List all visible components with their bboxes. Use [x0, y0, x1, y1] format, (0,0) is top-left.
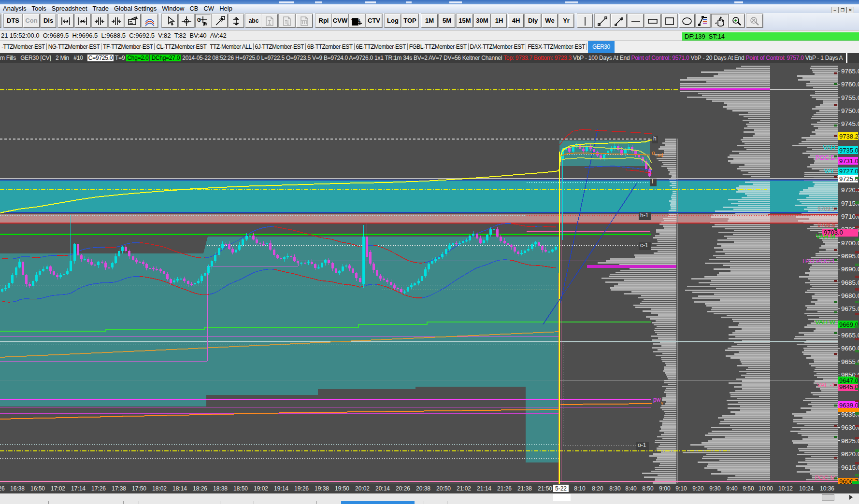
- svg-text:17:02: 17:02: [51, 485, 65, 492]
- svg-text:19:26: 19:26: [294, 485, 309, 492]
- svg-text:26: 26: [0, 485, 5, 492]
- svg-text:l: l: [652, 178, 653, 185]
- svg-text:9760.0: 9760.0: [841, 81, 859, 88]
- svg-text:10:36: 10:36: [820, 485, 834, 492]
- svg-text:TPO POC-1: TPO POC-1: [802, 257, 835, 265]
- svg-text:VAH M: VAH M: [816, 233, 835, 240]
- svg-text:18:26: 18:26: [193, 485, 207, 492]
- svg-text:8:20: 8:20: [592, 485, 603, 492]
- svg-text:9639.0: 9639.0: [839, 402, 859, 409]
- svg-text:9:10: 9:10: [675, 485, 687, 492]
- svg-text:20:38: 20:38: [416, 485, 430, 492]
- svg-text:17:50: 17:50: [132, 485, 146, 492]
- svg-text:19:02: 19:02: [254, 485, 268, 492]
- svg-text:8:30: 8:30: [609, 485, 621, 492]
- svg-text:20:50: 20:50: [436, 485, 451, 492]
- svg-text:VAL: VAL: [824, 168, 835, 175]
- svg-text:9:50: 9:50: [743, 485, 754, 492]
- svg-text:19:14: 19:14: [274, 485, 288, 492]
- svg-text:9680.0: 9680.0: [841, 292, 859, 299]
- svg-text:9695.0: 9695.0: [841, 252, 859, 260]
- svg-text:9:20: 9:20: [692, 485, 704, 492]
- svg-text:h: h: [653, 135, 657, 142]
- svg-text:VAH: VAH: [823, 144, 835, 151]
- svg-text:20:26: 20:26: [396, 485, 410, 492]
- svg-text:10:00: 10:00: [759, 485, 773, 492]
- svg-text:POC D: POC D: [816, 154, 835, 161]
- svg-text:21:50: 21:50: [538, 485, 552, 492]
- svg-text:21:38: 21:38: [517, 485, 532, 492]
- svg-text:VAL -1: VAL -1: [817, 381, 835, 389]
- svg-text:9745.0: 9745.0: [841, 120, 859, 127]
- svg-text:9685.0: 9685.0: [841, 279, 859, 286]
- svg-text:21:26: 21:26: [497, 485, 512, 492]
- svg-text:9709.5: 9709.5: [817, 206, 835, 212]
- svg-text:c-1: c-1: [640, 242, 648, 249]
- svg-text:.vd: .vd: [656, 152, 663, 158]
- svg-text:18:50: 18:50: [233, 485, 248, 492]
- svg-text:9735.0: 9735.0: [839, 147, 859, 154]
- svg-text:10:24: 10:24: [799, 485, 814, 492]
- svg-text:20:14: 20:14: [375, 485, 390, 492]
- svg-text:9690.0: 9690.0: [841, 266, 859, 273]
- svg-text:9755.0: 9755.0: [841, 94, 859, 101]
- svg-text:POC M: POC M: [815, 474, 835, 481]
- svg-text:9738.2: 9738.2: [839, 133, 859, 140]
- svg-text:5-22: 5-22: [555, 485, 567, 492]
- svg-text:18:38: 18:38: [213, 485, 228, 492]
- svg-text:9731.0: 9731.0: [839, 157, 859, 165]
- svg-text:h-1: h-1: [640, 212, 649, 219]
- svg-text:21:02: 21:02: [457, 485, 471, 492]
- svg-text:8:50: 8:50: [642, 485, 654, 492]
- svg-text:16:50: 16:50: [30, 485, 45, 492]
- svg-text:19:38: 19:38: [315, 485, 329, 492]
- svg-text:16:38: 16:38: [10, 485, 25, 492]
- svg-text:9:00: 9:00: [659, 485, 671, 492]
- svg-text:VAH W: VAH W: [815, 319, 835, 326]
- svg-text:18:02: 18:02: [152, 485, 167, 492]
- svg-text:9750.0: 9750.0: [841, 107, 859, 114]
- svg-text:9727.0: 9727.0: [839, 168, 859, 175]
- svg-text:9:30: 9:30: [709, 485, 721, 492]
- svg-text:17:14: 17:14: [71, 485, 86, 492]
- svg-text:17:26: 17:26: [91, 485, 106, 492]
- svg-text:9765.0: 9765.0: [841, 68, 859, 75]
- svg-text:9647.0: 9647.0: [839, 377, 859, 384]
- svg-text:20:02: 20:02: [355, 485, 370, 492]
- svg-text:pw: pw: [653, 396, 661, 403]
- svg-text:9675.0: 9675.0: [841, 305, 859, 312]
- svg-text:10:12: 10:12: [778, 485, 793, 492]
- svg-text:9:40: 9:40: [726, 485, 738, 492]
- svg-text:o: o: [652, 150, 655, 156]
- svg-text:9615.0: 9615.0: [841, 464, 859, 471]
- svg-text:v: v: [661, 400, 663, 406]
- svg-text:o-1: o-1: [638, 442, 646, 448]
- svg-text:21:14: 21:14: [477, 485, 491, 492]
- svg-text:18:14: 18:14: [172, 485, 187, 492]
- svg-text:8:40: 8:40: [625, 485, 637, 492]
- svg-text:19:50: 19:50: [335, 485, 349, 492]
- svg-text:9706.5: 9706.5: [817, 222, 835, 228]
- svg-text:17:38: 17:38: [112, 485, 126, 492]
- svg-text:8:10: 8:10: [574, 485, 586, 492]
